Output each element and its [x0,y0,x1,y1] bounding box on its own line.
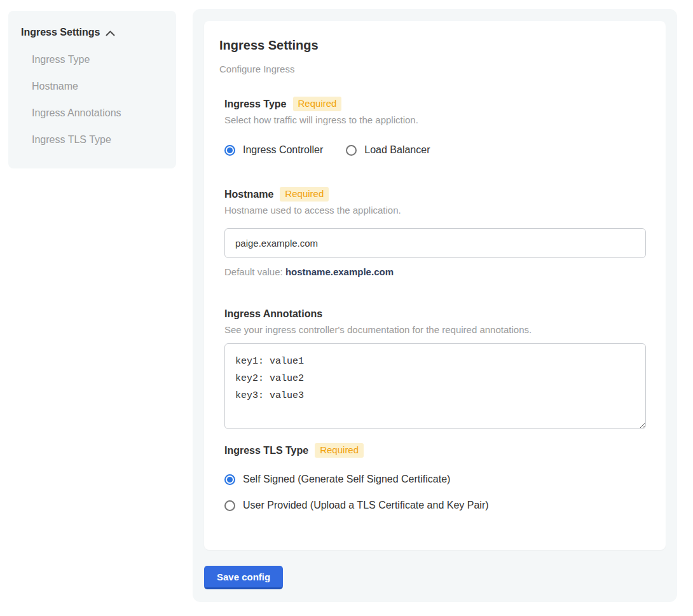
section-hostname-help: Hostname used to access the application. [224,205,650,216]
sidebar-item-ingress-type[interactable]: Ingress Type [32,53,163,66]
radio-ingress-controller[interactable]: Ingress Controller [224,144,323,156]
ingress-type-radio-group: Ingress Controller Load Balancer [224,144,650,156]
ingress-annotations-textarea[interactable]: key1: value1 key2: value2 key3: value3 [224,343,646,429]
section-ingress-annotations: Ingress Annotations See your ingress con… [224,307,650,429]
ingress-tls-radio-group: Self Signed (Generate Self Signed Certif… [224,473,650,512]
section-hostname: Hostname Required Hostname used to acces… [224,187,650,278]
section-ingress-type-header: Ingress Type Required [224,97,650,111]
radio-user-provided-label: User Provided (Upload a TLS Certificate … [243,499,489,512]
page-title: Ingress Settings [219,38,650,53]
required-badge: Required [280,187,329,202]
radio-load-balancer-label: Load Balancer [364,144,430,156]
sidebar-item-hostname[interactable]: Hostname [32,80,163,93]
sidebar-group-title: Ingress Settings [21,26,100,39]
hostname-default-value: hostname.example.com [285,266,394,277]
required-badge: Required [315,443,364,458]
radio-self-signed[interactable]: Self Signed (Generate Self Signed Certif… [224,473,650,486]
section-ingress-annotations-help: See your ingress controller's documentat… [224,324,650,336]
radio-ingress-controller-label: Ingress Controller [243,144,323,156]
page-subtitle: Configure Ingress [219,64,650,75]
section-hostname-header: Hostname Required [224,187,650,202]
required-badge: Required [293,97,342,111]
section-ingress-annotations-header: Ingress Annotations [224,307,650,321]
config-sections: Ingress Type Required Select how traffic… [224,97,650,512]
hostname-default-line: Default value: hostname.example.com [224,266,650,278]
section-ingress-tls-type-header: Ingress TLS Type Required [224,443,650,458]
hostname-input[interactable] [224,228,646,258]
hostname-default-label: Default value: [224,266,283,277]
config-main-panel: Ingress Settings Configure Ingress Ingre… [193,9,677,602]
radio-selected-icon[interactable] [224,474,235,485]
chevron-up-icon[interactable] [106,31,115,36]
sidebar-item-list: Ingress Type Hostname Ingress Annotation… [32,53,163,146]
radio-self-signed-label: Self Signed (Generate Self Signed Certif… [243,473,450,486]
radio-unselected-icon[interactable] [224,500,235,511]
config-card: Ingress Settings Configure Ingress Ingre… [204,21,666,550]
sidebar-item-ingress-tls-type[interactable]: Ingress TLS Type [32,133,163,146]
sidebar-group-toggle[interactable]: Ingress Settings [21,26,163,39]
radio-user-provided[interactable]: User Provided (Upload a TLS Certificate … [224,499,650,512]
sidebar-item-ingress-annotations[interactable]: Ingress Annotations [32,107,163,120]
radio-unselected-icon[interactable] [346,145,357,156]
radio-selected-icon[interactable] [224,145,235,156]
section-hostname-title: Hostname [224,188,273,202]
save-config-button[interactable]: Save config [204,566,283,589]
config-nav-sidebar: Ingress Settings Ingress Type Hostname I… [8,11,176,168]
section-ingress-tls-type: Ingress TLS Type Required Self Signed (G… [224,443,650,512]
section-ingress-type: Ingress Type Required Select how traffic… [224,97,650,156]
section-ingress-annotations-title: Ingress Annotations [224,307,322,321]
section-ingress-type-title: Ingress Type [224,97,287,111]
section-ingress-tls-type-title: Ingress TLS Type [224,444,308,458]
section-ingress-type-help: Select how traffic will ingress to the a… [224,114,650,126]
radio-load-balancer[interactable]: Load Balancer [346,144,430,156]
